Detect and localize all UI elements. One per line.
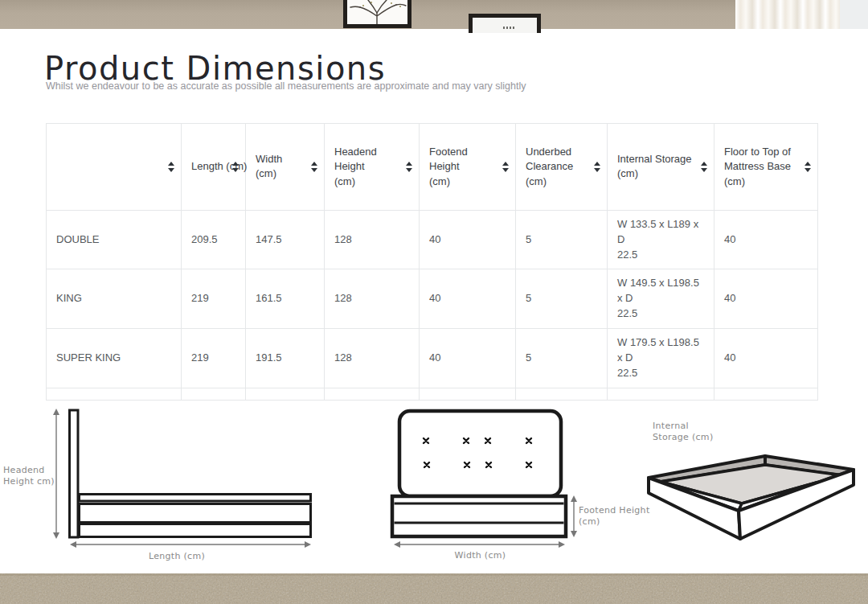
column-header-label: Floor to Top of Mattress Base (cm) bbox=[724, 146, 791, 187]
small-picture-frame bbox=[469, 14, 541, 33]
width-label: Width (cm) bbox=[434, 550, 526, 561]
width-cell: 191.5 bbox=[246, 329, 325, 388]
column-header-headend-height[interactable]: Headend Height (cm) bbox=[325, 124, 420, 211]
length-cell: 219 bbox=[182, 329, 246, 388]
sort-icon[interactable] bbox=[594, 162, 600, 172]
table-row-double: DOUBLE 209.5 147.5 128 40 5 W 133.5 x L1… bbox=[47, 210, 818, 269]
headend-height-cell: 128 bbox=[325, 329, 420, 388]
column-header-label: Footend Height (cm) bbox=[429, 146, 468, 187]
storage-box-diagram bbox=[649, 456, 854, 539]
sort-icon[interactable] bbox=[168, 162, 174, 172]
headend-height-cell: 128 bbox=[325, 269, 420, 329]
column-header-internal-storage[interactable]: Internal Storage (cm) bbox=[608, 124, 714, 211]
internal-storage-cell: W 133.5 x L189 x D 22.5 bbox=[608, 210, 714, 269]
curtain bbox=[735, 0, 840, 29]
column-header-label: Width (cm) bbox=[256, 153, 282, 179]
headend-height-cell: 128 bbox=[325, 210, 420, 269]
sort-icon[interactable] bbox=[502, 162, 509, 172]
carpet-photo-strip bbox=[0, 573, 868, 604]
product-dimensions-page: Product Dimensions Whilst we endeavour t… bbox=[0, 0, 868, 604]
sort-icon[interactable] bbox=[311, 162, 317, 172]
width-cell: 161.5 bbox=[246, 269, 325, 329]
underbed-clearance-cell: 5 bbox=[516, 210, 608, 269]
footend-height-cell: 40 bbox=[420, 210, 516, 269]
table-row-king: KING 219 161.5 128 40 5 W 149.5 x L198.5… bbox=[47, 269, 818, 329]
footend-height-cell: 40 bbox=[420, 329, 516, 388]
dimensions-table: Length (cm) Width (cm) Headend Height (c… bbox=[46, 123, 817, 401]
size-name-cell: KING bbox=[47, 269, 182, 329]
bed-side-view-diagram bbox=[53, 409, 311, 548]
column-header-width[interactable]: Width (cm) bbox=[246, 124, 325, 211]
headend-height-label: Headend Height cm) bbox=[3, 465, 59, 487]
column-header-label: Internal Storage (cm) bbox=[617, 153, 692, 179]
column-header-label: Underbed Clearance (cm) bbox=[526, 146, 573, 187]
sort-icon[interactable] bbox=[232, 162, 239, 172]
tree-picture-frame bbox=[343, 0, 411, 28]
internal-storage-cell: W 179.5 x L198.5 x D 22.5 bbox=[608, 329, 714, 388]
underbed-clearance-cell: 5 bbox=[516, 269, 608, 329]
length-label: Length (cm) bbox=[129, 551, 225, 562]
column-header-label: Headend Height (cm) bbox=[334, 146, 377, 187]
length-cell: 209.5 bbox=[182, 210, 246, 269]
page-subtitle: Whilst we endeavour to be as accurate as… bbox=[46, 80, 526, 92]
floor-to-top-cell: 40 bbox=[714, 329, 818, 388]
internal-storage-cell: W 149.5 x L198.5 x D 22.5 bbox=[608, 269, 714, 329]
empty-footer-row bbox=[47, 388, 818, 400]
column-header-name[interactable] bbox=[47, 124, 182, 211]
length-cell: 219 bbox=[182, 269, 246, 329]
column-header-footend-height[interactable]: Footend Height (cm) bbox=[420, 124, 516, 211]
bedroom-photo-strip bbox=[0, 0, 868, 29]
floor-to-top-cell: 40 bbox=[714, 269, 818, 329]
footend-height-cell: 40 bbox=[420, 269, 516, 329]
sort-icon[interactable] bbox=[701, 162, 707, 172]
internal-storage-label: Internal Storage (cm) bbox=[653, 421, 721, 443]
sort-icon[interactable] bbox=[406, 162, 412, 172]
header-row: Length (cm) Width (cm) Headend Height (c… bbox=[47, 124, 818, 211]
headboard-buttons bbox=[424, 438, 531, 467]
footend-height-label: Footend Height (cm) bbox=[579, 505, 655, 528]
size-name-cell: DOUBLE bbox=[47, 210, 182, 269]
table-row-super-king: SUPER KING 219 191.5 128 40 5 W 179.5 x … bbox=[47, 329, 818, 388]
size-name-cell: SUPER KING bbox=[47, 329, 182, 388]
underbed-clearance-cell: 5 bbox=[516, 329, 608, 388]
column-header-underbed-clearance[interactable]: Underbed Clearance (cm) bbox=[516, 124, 608, 211]
column-header-floor-to-top[interactable]: Floor to Top of Mattress Base (cm) bbox=[714, 124, 818, 211]
frame-artwork-mark bbox=[503, 27, 516, 29]
floor-to-top-cell: 40 bbox=[714, 210, 818, 269]
wardrobe-panel bbox=[840, 0, 868, 29]
sort-icon[interactable] bbox=[805, 162, 811, 172]
width-cell: 147.5 bbox=[246, 210, 325, 269]
bed-front-view-diagram bbox=[392, 411, 577, 548]
column-header-length[interactable]: Length (cm) bbox=[182, 124, 246, 211]
tree-illustration bbox=[347, 0, 407, 24]
